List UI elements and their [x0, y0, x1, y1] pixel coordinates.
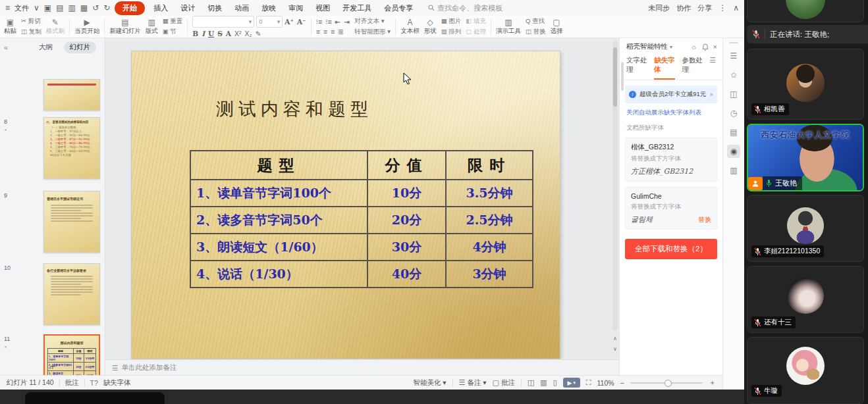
tab-outline[interactable]: 大纲	[33, 41, 59, 53]
play-from-current-button[interactable]: ▶ 当页开始	[74, 18, 99, 35]
zoom-slider-knob[interactable]	[665, 380, 672, 387]
member-promo-banner[interactable]: i 超级会员2年卡立减91元 ×	[625, 86, 717, 103]
video-tile[interactable]: 还有十三	[747, 266, 864, 333]
align-left-icon[interactable]: ≡	[316, 28, 320, 36]
video-tile[interactable]: 李姮21212101350	[747, 195, 864, 262]
tab-slideshow[interactable]: 放映	[258, 2, 280, 14]
comments-button[interactable]: 批注	[65, 378, 79, 388]
align-text-button[interactable]: 对齐文本 ▾	[354, 17, 391, 26]
new-slide-button[interactable]: ▤ 新建幻灯片	[109, 18, 141, 35]
panel-layout-icon[interactable]: ▥	[727, 164, 740, 177]
underline-button[interactable]: U	[208, 30, 214, 38]
superscript-button[interactable]: X²	[234, 30, 242, 38]
align-right-icon[interactable]: ≡	[331, 28, 335, 36]
picture-button[interactable]: ▦ 图片	[441, 17, 462, 26]
section-button[interactable]: ▣ 节	[163, 28, 183, 36]
smart-graphic-button[interactable]: 转智能图形 ▾	[354, 28, 391, 36]
select-button[interactable]: ▢ 选择	[551, 18, 563, 35]
app-menu-icon[interactable]: ≡	[5, 4, 10, 12]
export-icon[interactable]: ▤	[56, 4, 63, 12]
process-button[interactable]: ▢ 处理	[466, 28, 486, 36]
tab-missing-fonts[interactable]: 缺失字体	[654, 56, 675, 80]
missing-fonts-button[interactable]: 缺失字体	[103, 378, 131, 388]
find-button[interactable]: Q 查找	[526, 17, 546, 26]
replace-button[interactable]: ◫ 替换	[526, 28, 546, 36]
scroll-up-button[interactable]: ∧	[612, 334, 618, 343]
star-icon[interactable]: ✩	[727, 68, 740, 82]
reset-button[interactable]: ▦ 重置	[163, 17, 183, 26]
tab-devtools[interactable]: 开发工具	[339, 2, 375, 14]
auto-display-link[interactable]: 关闭自动展示缺失字体列表	[620, 103, 722, 117]
layout-button[interactable]: ▥ 版式	[146, 18, 158, 35]
bell-icon[interactable]	[702, 43, 709, 51]
preview-icon[interactable]: ▦	[80, 4, 88, 12]
tab-slides[interactable]: 幻灯片	[64, 41, 97, 53]
editor-scrollbar[interactable]	[612, 41, 618, 330]
more-icon[interactable]: ⋮	[719, 4, 726, 12]
paste-button[interactable]: ▣ 粘贴	[4, 18, 16, 35]
tab-review[interactable]: 审阅	[285, 2, 307, 14]
tab-view[interactable]: 视图	[312, 2, 334, 14]
replace-link[interactable]: 替换	[698, 215, 711, 224]
align-center-icon[interactable]: ≡	[323, 28, 327, 36]
arrange-button[interactable]: ▥ 排列	[441, 28, 462, 36]
cut-button[interactable]: ✂ 剪切	[21, 17, 41, 26]
gear-icon[interactable]: ☼	[690, 43, 697, 51]
print-icon[interactable]: ▥	[68, 4, 76, 12]
video-tile[interactable]: 牛璇	[747, 337, 864, 404]
format-painter-button[interactable]: ✎ 格式刷	[46, 18, 65, 35]
undo-icon[interactable]: ↺	[92, 4, 99, 12]
video-tile-partial[interactable]	[747, 0, 864, 22]
font-color-button[interactable]: A	[226, 30, 231, 38]
zoom-in-button[interactable]: ＋	[709, 378, 716, 388]
shape-button[interactable]: ◇ 形状	[424, 18, 437, 35]
slideshow-play-button[interactable]: ▶▾	[563, 378, 580, 388]
normal-view-icon[interactable]: ◫	[528, 378, 534, 387]
collab-button[interactable]: 协作	[676, 3, 691, 13]
scroll-down-button[interactable]: ∨	[612, 345, 618, 354]
file-menu[interactable]: 文件	[14, 3, 29, 13]
tab-member[interactable]: 会员专享	[380, 2, 417, 14]
annotate-button[interactable]: ▢ 批注	[493, 378, 515, 388]
indent-less-icon[interactable]: ⇤	[335, 18, 341, 26]
slide-title[interactable]: 测试内容和题型	[216, 97, 373, 121]
thumbnail-slide-9[interactable]: 普通话水平测试等级证书	[43, 191, 101, 253]
tab-overflow-icon[interactable]: ☰	[710, 56, 716, 80]
bold-button[interactable]: B	[192, 30, 198, 38]
download-all-button[interactable]: 全部下载和替换（2）	[625, 239, 717, 259]
copy-panel-icon[interactable]: ◫	[727, 88, 740, 101]
thumbnail-slide-7[interactable]	[43, 79, 101, 111]
zoom-slider[interactable]	[630, 382, 703, 384]
doc-edit-icon[interactable]: ▤	[727, 126, 740, 139]
video-tile[interactable]: 相凯善	[747, 49, 864, 120]
taskbar-popup[interactable]	[25, 392, 165, 404]
strike-button[interactable]: S	[217, 30, 223, 38]
thumbnail-slide-10[interactable]: 各行业普通话水平达标要求	[43, 263, 101, 325]
share-button[interactable]: 分享	[697, 3, 712, 13]
help-clock-icon[interactable]: ◷	[727, 107, 740, 120]
redo-icon[interactable]: ↻	[103, 4, 110, 12]
font-family-select[interactable]: ▾	[192, 16, 254, 28]
italic-button[interactable]: I	[202, 30, 205, 38]
bullet-list-icon[interactable]: ⁝≡	[316, 18, 322, 26]
number-list-icon[interactable]: ⁝≡	[325, 18, 331, 26]
tab-insert[interactable]: 插入	[149, 2, 172, 14]
save-icon[interactable]: ▣	[44, 4, 51, 12]
tab-text-processing[interactable]: 文字处理	[626, 56, 647, 80]
collapse-ribbon-icon[interactable]: ∧	[733, 4, 739, 12]
tab-animation[interactable]: 动画	[231, 2, 253, 14]
fit-slide-icon[interactable]: ⛶	[586, 378, 591, 387]
notes-bar[interactable]: ☰ 单击此处添加备注	[105, 359, 619, 375]
copy-button[interactable]: ◫ 复制	[21, 28, 41, 36]
close-icon[interactable]: ×	[713, 43, 717, 51]
sorter-view-icon[interactable]: ▥	[540, 378, 547, 387]
tab-transition[interactable]: 切换	[203, 2, 226, 14]
tab-parameter-processing[interactable]: 参数处理	[682, 56, 703, 80]
highlight-button[interactable]: ✎	[256, 30, 261, 38]
smart-assistant-icon[interactable]: ◉	[727, 145, 740, 158]
subscript-button[interactable]: X₂	[244, 30, 252, 38]
zoom-out-button[interactable]: −	[620, 379, 624, 387]
tune-icon[interactable]: ☰	[727, 49, 740, 63]
textbox-button[interactable]: A 文本框	[400, 18, 420, 35]
indent-more-icon[interactable]: ⇥	[344, 18, 350, 26]
